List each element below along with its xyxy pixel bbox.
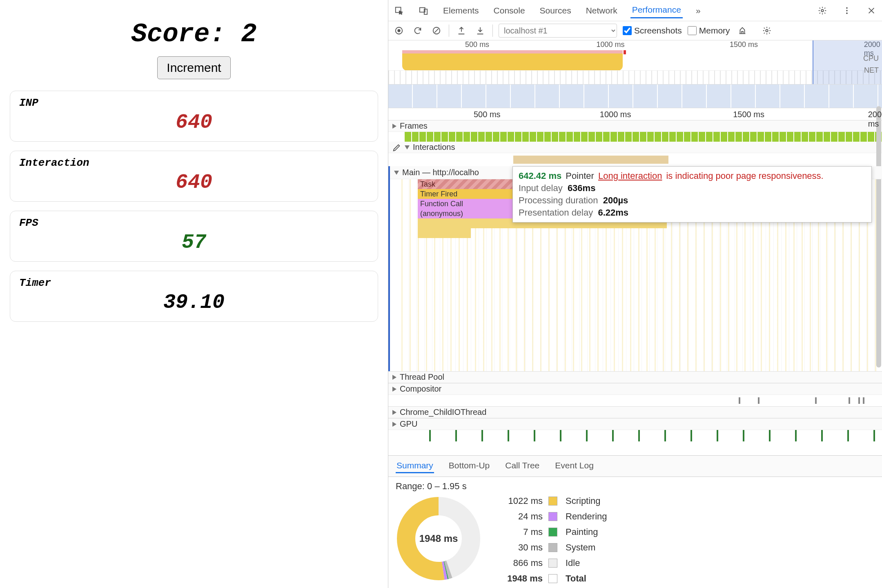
tick: 1000 ms	[597, 40, 625, 49]
tracks: Frames Interactions Main — http://localh…	[388, 120, 882, 455]
device-icon[interactable]	[417, 4, 430, 17]
flame-row-compile[interactable]	[418, 228, 471, 238]
screenshots-label: Screenshots	[634, 26, 682, 36]
frames-lane[interactable]	[405, 132, 882, 142]
tooltip-link[interactable]: Long interaction	[598, 171, 662, 181]
card-value: 57	[19, 231, 369, 254]
chevron-down-icon	[405, 145, 410, 149]
close-icon[interactable]	[865, 4, 878, 17]
track-gpu[interactable]: GPU	[388, 418, 882, 430]
overview-timeline[interactable]: 500 ms 1000 ms 1500 ms 2000 ms CPU NET	[388, 40, 882, 85]
target-select[interactable]: localhost #1	[499, 24, 617, 38]
summary-tabs: Summary Bottom-Up Call Tree Event Log	[388, 455, 882, 477]
upload-icon[interactable]	[455, 24, 468, 37]
stab-eventlog[interactable]: Event Log	[554, 459, 595, 473]
tooltip-row: Processing duration 200µs	[519, 195, 866, 206]
card-value: 39.10	[19, 291, 369, 314]
score-label: Score:	[131, 20, 241, 49]
download-icon[interactable]	[474, 24, 487, 37]
screenshot-strip[interactable]	[388, 85, 882, 108]
net-label: NET	[863, 65, 879, 76]
compositor-lane[interactable]	[405, 395, 882, 406]
legend-ms: 866 ms	[498, 558, 543, 568]
memory-checkbox-input[interactable]	[688, 26, 697, 35]
cpu-activity	[402, 50, 623, 71]
score-heading: Score: 2	[131, 20, 256, 49]
swatch-rendering	[548, 512, 557, 521]
stab-calltree[interactable]: Call Tree	[504, 459, 540, 473]
legend: 1022 msScripting 24 msRendering 7 msPain…	[498, 496, 607, 584]
tick: 500 ms	[465, 40, 489, 49]
stab-bottomup[interactable]: Bottom-Up	[448, 459, 490, 473]
clear-icon[interactable]	[430, 24, 443, 37]
screenshots-checkbox[interactable]: Screenshots	[623, 26, 682, 36]
donut-center: 1948 ms	[396, 496, 481, 581]
interaction-bar[interactable]	[513, 156, 668, 164]
main-thread-section: Main — http://localho Task Timer Fired F…	[388, 166, 882, 371]
metrics-cards: INP 640 Interaction 640 FPS 57 Timer 39.…	[10, 91, 378, 331]
net-strip	[388, 70, 882, 84]
frames-track-header[interactable]: Frames	[388, 120, 882, 132]
record-icon[interactable]	[392, 24, 405, 37]
tab-performance[interactable]: Performance	[630, 2, 683, 18]
kebab-icon[interactable]	[840, 4, 853, 17]
legend-label: Idle	[566, 558, 607, 568]
tab-network[interactable]: Network	[584, 3, 619, 18]
inspect-icon[interactable]	[392, 4, 405, 17]
legend-ms: 1948 ms	[498, 573, 543, 584]
devtools-tabbar: Elements Console Sources Network Perform…	[388, 0, 882, 21]
swatch-painting	[548, 528, 557, 537]
card-timer: Timer 39.10	[10, 271, 378, 322]
tick: 2000 ms	[868, 110, 882, 129]
memory-label: Memory	[699, 26, 730, 36]
chevron-right-icon	[392, 375, 396, 380]
increment-button[interactable]: Increment	[157, 56, 230, 79]
donut-chart: 1948 ms	[396, 496, 481, 581]
tick: 1000 ms	[600, 110, 631, 119]
cpu-label: CPU	[863, 53, 879, 65]
tab-elements[interactable]: Elements	[441, 3, 481, 18]
gpu-lane[interactable]	[405, 430, 882, 441]
card-interaction: Interaction 640	[10, 151, 378, 202]
swatch-system	[548, 543, 557, 552]
gc-icon[interactable]	[736, 24, 749, 37]
range-label: Range: 0 – 1.95 s	[396, 481, 875, 492]
chevron-down-icon	[394, 171, 399, 175]
track-compositor[interactable]: Compositor	[388, 383, 882, 395]
tabs-more[interactable]: »	[694, 3, 702, 18]
legend-label: Scripting	[566, 496, 607, 506]
legend-label: Painting	[566, 527, 607, 537]
chevron-right-icon	[392, 410, 396, 415]
flame-ruler[interactable]: 500 ms 1000 ms 1500 ms 2000 ms	[388, 108, 882, 120]
card-inp: INP 640	[10, 91, 378, 142]
memory-checkbox[interactable]: Memory	[688, 26, 730, 36]
svg-point-10	[766, 29, 768, 32]
legend-ms: 30 ms	[498, 542, 543, 553]
tick: 500 ms	[474, 110, 501, 119]
track-thread-pool[interactable]: Thread Pool	[388, 371, 882, 383]
tooltip-row: Presentation delay 6.22ms	[519, 207, 866, 218]
svg-point-8	[397, 29, 400, 32]
swatch-scripting	[548, 497, 557, 506]
perf-toolbar: localhost #1 Screenshots Memory	[388, 21, 882, 40]
chevron-right-icon	[392, 387, 396, 392]
card-value: 640	[19, 111, 369, 134]
svg-point-4	[846, 7, 848, 9]
interactions-lane[interactable]	[405, 153, 882, 166]
legend-ms: 7 ms	[498, 527, 543, 537]
svg-point-3	[821, 9, 824, 12]
tab-console[interactable]: Console	[492, 3, 527, 18]
legend-label: Total	[566, 573, 607, 584]
gear-icon[interactable]	[816, 4, 829, 17]
overview-labels: CPU NET	[863, 53, 879, 76]
interactions-track-header[interactable]: Interactions	[388, 142, 882, 153]
reload-icon[interactable]	[411, 24, 424, 37]
tooltip-duration: 642.42 ms	[519, 171, 561, 181]
stab-summary[interactable]: Summary	[396, 459, 434, 473]
gear-icon[interactable]	[760, 24, 773, 37]
tooltip-rest: is indicating poor page responsiveness.	[666, 171, 823, 181]
track-childio[interactable]: Chrome_ChildIOThread	[388, 406, 882, 418]
tab-sources[interactable]: Sources	[538, 3, 573, 18]
screenshots-checkbox-input[interactable]	[623, 26, 632, 35]
long-task-marker	[624, 50, 626, 54]
